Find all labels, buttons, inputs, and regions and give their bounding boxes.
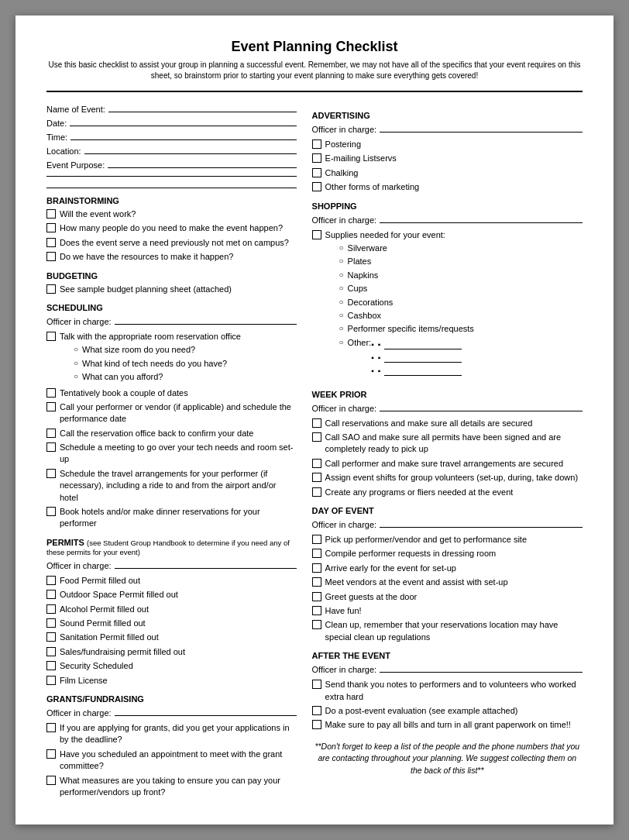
checkbox[interactable] xyxy=(46,776,56,785)
day-of-event-section: DAY OF EVENT Officer in charge: Pick up … xyxy=(312,506,583,643)
list-item: Clean up, remember that your reservation… xyxy=(312,619,583,643)
checkbox[interactable] xyxy=(312,606,321,615)
checkbox[interactable] xyxy=(312,535,321,544)
after-event-list: Send thank you notes to performers and t… xyxy=(312,679,583,732)
scheduling-officer: Officer in charge: xyxy=(46,315,297,326)
list-item: Film License xyxy=(46,675,297,687)
left-column: Name of Event: Date: Time: Location: Eve… xyxy=(46,103,297,800)
checkbox[interactable] xyxy=(46,618,56,628)
list-item: Call reservations and make sure all deta… xyxy=(312,418,583,429)
list-item: See sample budget planning sheet (attach… xyxy=(46,284,297,295)
checkbox[interactable] xyxy=(46,576,56,585)
permits-title: PERMITS (see Student Group Handbook to d… xyxy=(46,538,297,556)
checkbox[interactable] xyxy=(312,487,321,497)
budgeting-section: BUDGETING See sample budget planning she… xyxy=(46,271,297,295)
checkbox[interactable] xyxy=(312,153,321,163)
checkbox[interactable] xyxy=(312,720,321,729)
list-item: Book hotels and/or make dinner reservati… xyxy=(46,506,297,530)
checkbox[interactable] xyxy=(46,209,56,219)
grants-officer: Officer in charge: xyxy=(46,707,297,718)
list-item: Do a post-event evaluation (see example … xyxy=(312,705,583,717)
checkbox[interactable] xyxy=(312,459,321,468)
list-item: Does the event serve a need previously n… xyxy=(46,237,297,249)
list-item: Have fun! xyxy=(312,605,583,617)
checkbox[interactable] xyxy=(46,661,56,670)
checkbox[interactable] xyxy=(46,238,56,247)
scheduling-section: SCHEDULING Officer in charge: Talk with … xyxy=(46,303,297,530)
checkbox[interactable] xyxy=(312,230,321,239)
list-item: Chalking xyxy=(312,167,583,179)
checkbox[interactable] xyxy=(46,442,56,452)
checkbox[interactable] xyxy=(46,723,56,732)
list-item: Supplies needed for your event: Silverwa… xyxy=(312,229,583,382)
footer-note: **Don't forget to keep a list of the peo… xyxy=(312,741,583,777)
checkbox[interactable] xyxy=(46,429,56,438)
checkbox[interactable] xyxy=(46,647,56,656)
shopping-officer: Officer in charge: xyxy=(312,214,583,225)
checkbox[interactable] xyxy=(46,284,56,294)
form-location: Location: xyxy=(46,145,297,156)
list-item: If you are applying for grants, did you … xyxy=(46,722,297,746)
list-item: Make sure to pay all bills and turn in a… xyxy=(312,719,583,731)
list-item: Food Permit filled out xyxy=(46,575,297,587)
checkbox[interactable] xyxy=(46,469,56,478)
list-item: Arrive early for the event for set-up xyxy=(312,563,583,574)
checkbox[interactable] xyxy=(46,388,56,398)
brainstorming-list: Will the event work? How many people do … xyxy=(46,208,297,263)
list-item: Do we have the resources to make it happ… xyxy=(46,251,297,263)
advertising-title: ADVERTISING xyxy=(312,111,583,120)
checkbox[interactable] xyxy=(312,182,321,191)
checkbox[interactable] xyxy=(46,402,56,411)
checkbox[interactable] xyxy=(312,563,321,573)
budgeting-title: BUDGETING xyxy=(46,271,297,281)
checkbox[interactable] xyxy=(312,592,321,601)
after-event-section: AFTER THE EVENT Officer in charge: Send … xyxy=(312,651,583,732)
checkbox[interactable] xyxy=(312,432,321,442)
list-item: Tentatively book a couple of dates xyxy=(46,387,297,399)
checkbox[interactable] xyxy=(312,139,321,149)
shopping-title: SHOPPING xyxy=(312,201,583,211)
day-of-event-list: Pick up performer/vendor and get to perf… xyxy=(312,534,583,643)
list-item: How many people do you need to make the … xyxy=(46,222,297,234)
list-item: Alcohol Permit filled out xyxy=(46,604,297,615)
list-item: Schedule the travel arrangements for you… xyxy=(46,468,297,504)
checkbox[interactable] xyxy=(312,473,321,482)
grants-section: GRANTS/FUNDRAISING Officer in charge: If… xyxy=(46,694,297,798)
scheduling-list: Talk with the appropriate room reservati… xyxy=(46,331,297,530)
checkbox[interactable] xyxy=(312,549,321,558)
after-event-officer: Officer in charge: xyxy=(312,663,583,674)
scheduling-title: SCHEDULING xyxy=(46,303,297,312)
list-item: Schedule a meeting to go over your tech … xyxy=(46,442,297,466)
page: Event Planning Checklist Use this basic … xyxy=(15,15,614,825)
checkbox[interactable] xyxy=(46,332,56,341)
form-date: Date: xyxy=(46,117,297,128)
week-prior-section: WEEK PRIOR Officer in charge: Call reser… xyxy=(312,390,583,498)
checkbox[interactable] xyxy=(46,223,56,232)
checkbox[interactable] xyxy=(312,577,321,587)
list-item: Call your performer or vendor (if applic… xyxy=(46,401,297,425)
checkbox[interactable] xyxy=(312,706,321,715)
checkbox[interactable] xyxy=(312,620,321,629)
list-item: Sales/fundraising permit filled out xyxy=(46,646,297,658)
checkbox[interactable] xyxy=(46,632,56,642)
checkbox[interactable] xyxy=(46,604,56,614)
week-prior-list: Call reservations and make sure all deta… xyxy=(312,418,583,498)
advertising-list: Postering E-mailing Listservs Chalking O… xyxy=(312,139,583,194)
list-item: Postering xyxy=(312,139,583,150)
checkbox[interactable] xyxy=(312,168,321,177)
permits-section: PERMITS (see Student Group Handbook to d… xyxy=(46,538,297,687)
list-item: Have you scheduled an appointment to mee… xyxy=(46,749,297,773)
list-item: Compile performer requests in dressing r… xyxy=(312,548,583,559)
list-item: Outdoor Space Permit filled out xyxy=(46,589,297,601)
checkbox[interactable] xyxy=(312,680,321,689)
list-item: Will the event work? xyxy=(46,208,297,220)
list-item: Pick up performer/vendor and get to perf… xyxy=(312,534,583,546)
checkbox[interactable] xyxy=(46,676,56,685)
checkbox[interactable] xyxy=(46,749,56,759)
list-item: Meet vendors at the event and assist wit… xyxy=(312,577,583,588)
grants-list: If you are applying for grants, did you … xyxy=(46,722,297,798)
checkbox[interactable] xyxy=(46,252,56,261)
checkbox[interactable] xyxy=(46,507,56,516)
checkbox[interactable] xyxy=(312,418,321,428)
checkbox[interactable] xyxy=(46,590,56,599)
